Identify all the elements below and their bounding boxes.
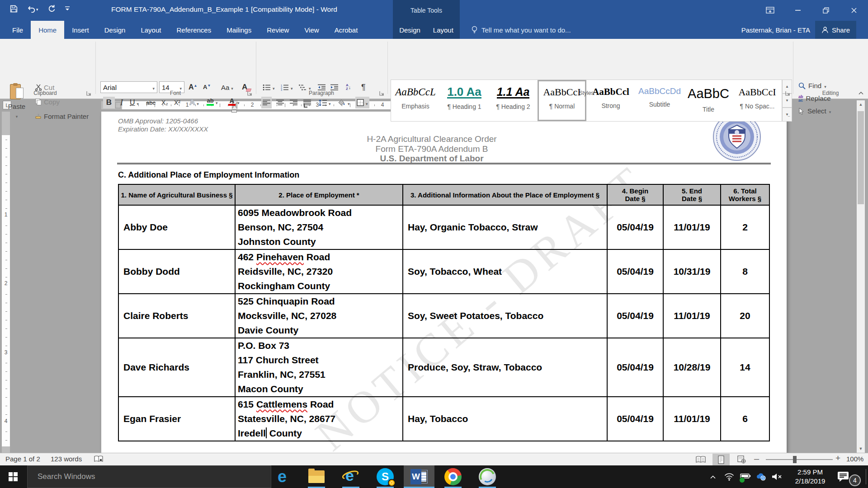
paragraph-dialog-launcher[interactable] [379,90,385,96]
action-center-button[interactable] [835,465,851,488]
subscript-button[interactable]: X₂ [160,97,170,108]
scroll-up-button[interactable]: ▲ [857,100,865,108]
table-row[interactable]: Egan Frasier615 Cattlemens RoadStatesvil… [118,397,769,441]
find-button[interactable]: Find [798,82,826,89]
table-row[interactable]: Bobby Dodd462 Pinehaven RoadReidsville, … [118,249,769,294]
style-normal[interactable]: AaBbCcI¶ Normal [538,80,586,121]
shrink-font-button[interactable]: A▼ [202,81,212,93]
taskbar-internet-explorer-button[interactable]: e [340,465,362,488]
text-effects-button[interactable]: A [188,97,200,108]
font-family-select[interactable]: Arial [100,81,157,93]
style-emphasis[interactable]: AaBbCcLEmphasis [391,80,440,121]
zoom-slider-track[interactable] [766,459,833,460]
taskbar-file-explorer-button[interactable] [306,465,327,488]
cell-begin-date[interactable]: 05/04/19 [607,205,663,249]
tab-mailings[interactable]: Mailings [219,21,259,39]
font-dialog-launcher[interactable] [247,90,253,96]
cell-total-workers[interactable]: 20 [721,294,769,338]
start-button[interactable] [0,465,26,488]
numbering-button[interactable]: 123 [279,81,294,93]
tab-file[interactable]: File [5,21,31,39]
contextual-tab-design[interactable]: Design [393,21,427,39]
taskbar-edge-button[interactable]: e [271,465,293,488]
tray-volume-button[interactable] [769,465,785,488]
cell-place-of-employment[interactable]: 525 Chinquapin RoadMocksville, NC, 27028… [235,294,403,338]
zoom-slider-thumb[interactable] [793,456,797,463]
style-no-spac[interactable]: AaBbCcI¶ No Spac... [733,80,782,121]
justify-button[interactable] [302,97,312,108]
align-left-button[interactable] [261,97,272,108]
table-row[interactable]: Dave RichardsP.O. Box 73117 Church Stree… [118,338,769,397]
tray-wifi-button[interactable] [722,465,736,488]
cell-place-of-employment[interactable]: 6095 Meadowbrook RoadBenson, NC, 27504Jo… [235,205,403,249]
zoom-level[interactable]: 100% [846,455,863,463]
underline-button[interactable]: U [128,97,140,108]
taskbar-word-button[interactable]: W [404,465,434,488]
align-center-button[interactable] [275,97,285,108]
show-paragraph-marks-button[interactable]: ¶ [360,81,367,93]
customize-qat-button[interactable] [65,5,70,12]
font-color-button[interactable]: A [227,96,241,108]
save-icon[interactable] [10,5,18,13]
strikethrough-button[interactable]: abc [145,97,157,108]
taskbar-skype-button[interactable]: S [374,465,396,488]
styles-more-button[interactable]: ▼̲ [782,108,792,122]
share-button[interactable]: Share [815,21,856,39]
cell-end-date[interactable]: 10/28/19 [663,338,721,397]
table-row[interactable]: Abby Doe6095 Meadowbrook RoadBenson, NC,… [118,205,769,249]
cell-end-date[interactable]: 11/01/19 [663,294,721,338]
shading-button[interactable] [336,97,351,108]
tab-references[interactable]: References [169,21,219,39]
vertical-ruler[interactable]: 1234 [0,112,12,453]
cell-business-name[interactable]: Abby Doe [118,205,235,249]
zoom-in-button[interactable]: + [835,453,840,463]
cell-additional-info[interactable]: Hay, Organic Tobacco, Straw [403,205,607,249]
cell-begin-date[interactable]: 05/04/19 [607,397,663,441]
undo-button[interactable] [27,5,38,13]
styles-dialog-launcher[interactable] [785,90,791,96]
cell-total-workers[interactable]: 8 [721,249,769,294]
vertical-scrollbar[interactable]: ▲ ▼ [857,100,865,453]
cell-additional-info[interactable]: Soy, Tobacco, Wheat [403,249,607,294]
left-indent-marker[interactable] [231,110,237,113]
highlight-color-button[interactable]: ab [205,96,219,108]
word-count[interactable]: 123 words [51,455,82,463]
print-layout-button[interactable] [712,454,730,465]
format-painter-button[interactable]: Format Painter [33,110,90,122]
cell-business-name[interactable]: Dave Richards [118,338,235,397]
grow-font-button[interactable]: A▲ [187,81,198,93]
tell-me-box[interactable]: Tell me what you want to do... [471,21,571,39]
taskbar-cisco-anyconnect-button[interactable] [476,465,498,488]
collapse-ribbon-button[interactable] [859,90,863,96]
cell-total-workers[interactable]: 6 [721,397,769,441]
bold-button[interactable]: B [103,97,115,108]
style-heading-1[interactable]: 1.0 Aa¶ Heading 1 [440,80,489,121]
change-case-button[interactable]: Aa [220,81,235,93]
restore-button[interactable] [812,0,840,21]
web-layout-button[interactable] [733,454,750,465]
sort-button[interactable]: AZ↓ [344,81,352,93]
minimize-button[interactable] [784,0,812,21]
clipboard-dialog-launcher[interactable] [86,90,92,96]
document-page[interactable]: NOTICE - DRAFT OMB Approval: 1205-0466 E… [101,112,787,453]
redo-button[interactable] [47,5,56,13]
select-button[interactable]: Select [798,107,831,115]
zoom-out-button[interactable]: – [754,454,759,464]
cell-business-name[interactable]: Claire Roberts [118,294,235,338]
cell-total-workers[interactable]: 14 [721,338,769,397]
read-mode-button[interactable] [692,454,709,465]
borders-button[interactable] [355,97,369,108]
tab-design[interactable]: Design [97,21,133,39]
cell-place-of-employment[interactable]: P.O. Box 73117 Church StreetFranklin, NC… [235,338,403,397]
scrollbar-thumb[interactable] [858,111,864,204]
tray-onedrive-button[interactable] [754,465,769,488]
tab-view[interactable]: View [297,21,326,39]
cell-begin-date[interactable]: 05/04/19 [607,338,663,397]
employment-table[interactable]: 1. Name of Agricultural Business §2. Pla… [118,184,770,441]
line-spacing-button[interactable] [317,97,332,108]
page-indicator[interactable]: Page 1 of 2 [5,455,40,463]
tab-home[interactable]: Home [31,21,64,39]
show-desktop-button[interactable] [866,469,866,484]
align-right-button[interactable] [288,97,299,108]
tab-review[interactable]: Review [259,21,297,39]
